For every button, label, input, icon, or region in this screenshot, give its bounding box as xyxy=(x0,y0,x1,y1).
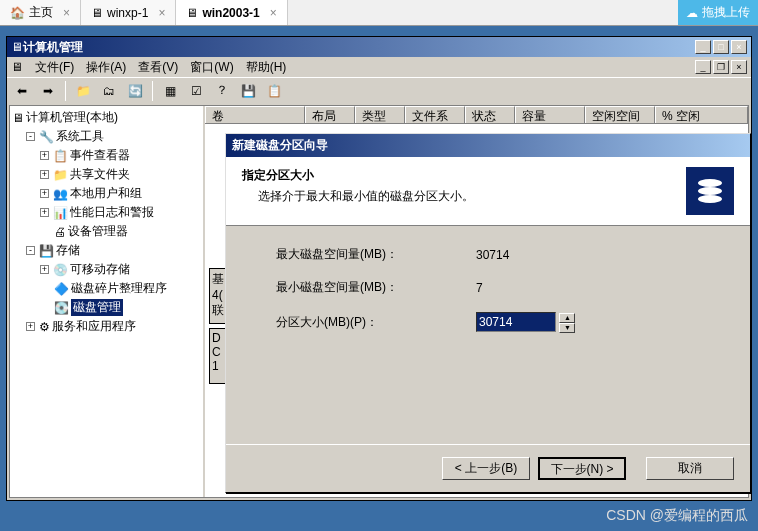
removable-icon: 💿 xyxy=(53,263,68,277)
tree-defrag[interactable]: 🔷 磁盘碎片整理程序 xyxy=(12,279,201,298)
menu-window[interactable]: 窗口(W) xyxy=(190,59,233,76)
col-type[interactable]: 类型 xyxy=(355,106,405,123)
defrag-icon: 🔷 xyxy=(54,282,69,296)
up-button[interactable]: 📁 xyxy=(72,80,94,102)
back-button[interactable]: < 上一步(B) xyxy=(442,457,530,480)
col-pct-free[interactable]: % 空闲 xyxy=(655,106,748,123)
monitor-icon: 🖥 xyxy=(186,6,198,20)
help-button[interactable]: ？ xyxy=(211,80,233,102)
col-status[interactable]: 状态 xyxy=(465,106,515,123)
vm-tab-win2003-label: win2003-1 xyxy=(202,6,259,20)
expand-icon[interactable]: + xyxy=(40,265,49,274)
back-button[interactable]: ⬅ xyxy=(11,80,33,102)
users-icon: 👥 xyxy=(53,187,68,201)
svg-point-1 xyxy=(698,187,722,195)
close-icon[interactable]: × xyxy=(158,6,165,20)
expand-icon[interactable]: + xyxy=(26,322,35,331)
toolbar: ⬅ ➡ 📁 🗂 🔄 ▦ ☑ ？ 💾 📋 xyxy=(7,77,751,103)
minimize-button[interactable]: _ xyxy=(695,40,711,54)
partition-size-row: 分区大小(MB)(P)： ▲ ▼ xyxy=(276,312,700,333)
tree-storage[interactable]: - 💾 存储 xyxy=(12,241,201,260)
spinner-down-button[interactable]: ▼ xyxy=(559,323,575,333)
settings-button[interactable]: ☑ xyxy=(185,80,207,102)
event-icon: 📋 xyxy=(53,149,68,163)
tools-icon: 🔧 xyxy=(39,130,54,144)
tree-removable[interactable]: + 💿 可移动存储 xyxy=(12,260,201,279)
expand-icon[interactable]: + xyxy=(40,208,49,217)
cancel-button[interactable]: 取消 xyxy=(646,457,734,480)
col-filesystem[interactable]: 文件系统 xyxy=(405,106,465,123)
perf-icon: 📊 xyxy=(53,206,68,220)
col-capacity[interactable]: 容量 xyxy=(515,106,585,123)
next-button[interactable]: 下一步(N) > xyxy=(538,457,626,480)
collapse-icon[interactable]: - xyxy=(26,132,35,141)
vm-tab-win2003[interactable]: 🖥 win2003-1 × xyxy=(176,0,287,25)
device-icon: 🖨 xyxy=(54,225,66,239)
menu-file[interactable]: 文件(F) xyxy=(35,59,74,76)
props-button[interactable]: 🗂 xyxy=(98,80,120,102)
upload-button[interactable]: ☁ 拖拽上传 xyxy=(678,0,758,25)
tree-label: 事件查看器 xyxy=(70,147,130,164)
menubar: 🖥 文件(F) 操作(A) 查看(V) 窗口(W) 帮助(H) _ ❐ × xyxy=(7,57,751,77)
tree-label: 性能日志和警报 xyxy=(70,204,154,221)
tree-local-users[interactable]: + 👥 本地用户和组 xyxy=(12,184,201,203)
tree-device-mgr[interactable]: 🖨 设备管理器 xyxy=(12,222,201,241)
disk-icon[interactable]: 💾 xyxy=(237,80,259,102)
svg-point-2 xyxy=(698,195,722,203)
collapse-icon[interactable]: - xyxy=(26,246,35,255)
dialog-title-text: 新建磁盘分区向导 xyxy=(232,137,328,154)
cloud-icon: ☁ xyxy=(686,6,698,20)
col-layout[interactable]: 布局 xyxy=(305,106,355,123)
dialog-body: 最大磁盘空间量(MB)： 30714 最小磁盘空间量(MB)： 7 分区大小(M… xyxy=(226,226,750,444)
app-icon: 🖥 xyxy=(11,40,23,54)
tree-root[interactable]: 🖥 计算机管理(本地) xyxy=(12,108,201,127)
max-size-row: 最大磁盘空间量(MB)： 30714 xyxy=(276,246,700,263)
separator xyxy=(152,81,153,101)
dialog-subtext: 选择介于最大和最小值的磁盘分区大小。 xyxy=(242,188,686,205)
vm-tab-bar: 🏠 主页 × 🖥 winxp-1 × 🖥 win2003-1 × ☁ 拖拽上传 xyxy=(0,0,758,26)
expand-icon[interactable]: + xyxy=(40,151,49,160)
tree-event-viewer[interactable]: + 📋 事件查看器 xyxy=(12,146,201,165)
expand-icon[interactable]: + xyxy=(40,189,49,198)
tree-pane[interactable]: 🖥 计算机管理(本地) - 🔧 系统工具 + 📋 事件查看器 + 📁 共享文件夹… xyxy=(10,106,205,497)
refresh-button[interactable]: 🔄 xyxy=(124,80,146,102)
action-button[interactable]: 📋 xyxy=(263,80,285,102)
expand-icon[interactable]: + xyxy=(40,170,49,179)
dialog-heading: 指定分区大小 xyxy=(242,167,686,184)
forward-button[interactable]: ➡ xyxy=(37,80,59,102)
vm-tab-winxp-label: winxp-1 xyxy=(107,6,148,20)
dialog-titlebar: 新建磁盘分区向导 xyxy=(226,134,750,157)
sub-restore-button[interactable]: ❐ xyxy=(713,60,729,74)
vm-tab-winxp[interactable]: 🖥 winxp-1 × xyxy=(81,0,176,25)
tree-label: 本地用户和组 xyxy=(70,185,142,202)
col-free[interactable]: 空闲空间 xyxy=(585,106,655,123)
close-icon[interactable]: × xyxy=(63,6,70,20)
tree-label: 可移动存储 xyxy=(70,261,130,278)
maximize-button[interactable]: □ xyxy=(713,40,729,54)
close-icon[interactable]: × xyxy=(270,6,277,20)
tree-label: 磁盘管理 xyxy=(71,299,123,316)
col-volume[interactable]: 卷 xyxy=(205,106,305,123)
min-size-value: 7 xyxy=(476,281,700,295)
tree-perf-logs[interactable]: + 📊 性能日志和警报 xyxy=(12,203,201,222)
partition-size-input[interactable] xyxy=(476,312,556,332)
tree-disk-mgmt[interactable]: 💽 磁盘管理 xyxy=(12,298,201,317)
close-button[interactable]: × xyxy=(731,40,747,54)
vm-tab-home[interactable]: 🏠 主页 × xyxy=(0,0,81,25)
upload-label: 拖拽上传 xyxy=(702,4,750,21)
tree-label: 存储 xyxy=(56,242,80,259)
list-button[interactable]: ▦ xyxy=(159,80,181,102)
spinner-up-button[interactable]: ▲ xyxy=(559,313,575,323)
menu-action[interactable]: 操作(A) xyxy=(86,59,126,76)
tree-system-tools[interactable]: - 🔧 系统工具 xyxy=(12,127,201,146)
tree-shared-folders[interactable]: + 📁 共享文件夹 xyxy=(12,165,201,184)
computer-icon: 🖥 xyxy=(12,111,24,125)
menu-help[interactable]: 帮助(H) xyxy=(246,59,287,76)
window-title: 计算机管理 xyxy=(23,39,695,56)
sub-minimize-button[interactable]: _ xyxy=(695,60,711,74)
tree-services[interactable]: + ⚙ 服务和应用程序 xyxy=(12,317,201,336)
tree-label: 磁盘碎片整理程序 xyxy=(71,280,167,297)
dialog-header: 指定分区大小 选择介于最大和最小值的磁盘分区大小。 xyxy=(226,157,750,226)
menu-view[interactable]: 查看(V) xyxy=(138,59,178,76)
sub-close-button[interactable]: × xyxy=(731,60,747,74)
